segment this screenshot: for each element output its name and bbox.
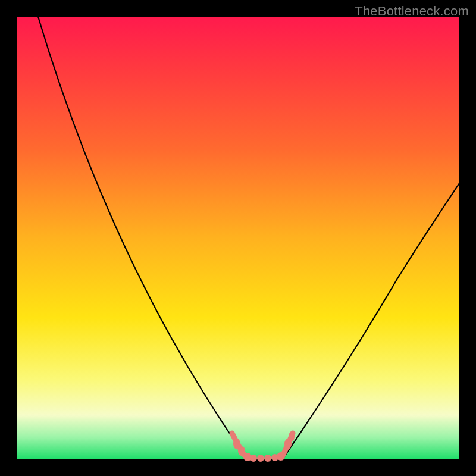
right-branch-curve [283,183,459,458]
valley-marker-blob [289,432,295,441]
valley-marker-dot [250,455,257,462]
valley-marker-dot [277,452,285,461]
curve-svg [17,17,459,459]
left-branch-curve [38,17,246,458]
valley-marker-blob [238,446,245,456]
valley-marker-dot [257,455,264,462]
plot-area [17,17,459,459]
chart-frame: TheBottleneck.com [0,0,476,476]
valley-marker-dot [264,455,271,462]
